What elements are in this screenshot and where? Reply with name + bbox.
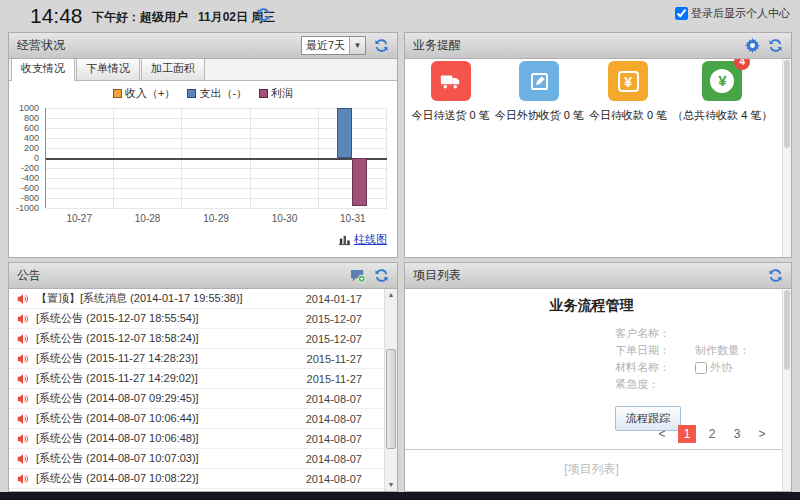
- yuan-icon: ¥: [608, 61, 648, 101]
- announcement-row[interactable]: [系统公告 (2015-11-27 14:28:23)] 2015-11-27: [9, 349, 384, 369]
- announcement-list: 【置顶】[系统消息 (2014-01-17 19:55:38)] 2014-01…: [9, 289, 384, 491]
- refresh-icon[interactable]: [768, 268, 783, 283]
- speaker-icon: [17, 453, 29, 465]
- refresh-icon[interactable]: [374, 38, 389, 53]
- personal-center-label: 登录后显示个人中心: [691, 6, 790, 21]
- speaker-icon: [17, 373, 29, 385]
- panel-title: 业务提醒: [413, 37, 461, 54]
- panel-title: 公告: [17, 267, 41, 284]
- page-prev[interactable]: <: [653, 425, 671, 443]
- speaker-icon: [17, 293, 29, 305]
- announcement-title: [系统公告 (2014-08-07 10:06:44)]: [36, 411, 199, 426]
- range-select-value: 最近7天: [302, 38, 349, 53]
- gear-icon[interactable]: [745, 38, 760, 53]
- outsource-checkbox[interactable]: [695, 362, 707, 374]
- reminder-tile-delivery[interactable]: 今日待送货 0 笔: [412, 61, 490, 123]
- page-2[interactable]: 2: [703, 425, 721, 443]
- personal-center-checkbox[interactable]: [675, 7, 688, 20]
- workflow-form: 客户名称： 下单日期： 制作数量： 材料名称： 外协 紧急度：: [615, 325, 750, 393]
- pagination: < 1 2 3 >: [653, 425, 771, 443]
- reminders-panel: 业务提醒 今日待送货 0 笔 今日外协收货 0 笔 ¥ 今日待收款 0 笔: [404, 32, 792, 258]
- chevron-down-icon: ▼: [349, 37, 365, 54]
- speaker-icon: [17, 433, 29, 445]
- scrollbar[interactable]: ▲ ▼: [384, 289, 397, 491]
- announcement-row[interactable]: [系统公告 (2014-08-07 10:06:44)] 2014-08-07: [9, 409, 384, 429]
- announcement-row[interactable]: [系统公告 (2015-11-27 14:29:02)] 2015-11-27: [9, 369, 384, 389]
- announcement-date: 2014-08-07: [306, 413, 376, 425]
- announcement-date: 2014-01-17: [306, 293, 376, 305]
- announcements-panel: 公告 【置顶】[系统消息 (2014-01-17 19:55:38)] 2014…: [8, 262, 398, 492]
- announcement-row[interactable]: [系统公告 (2014-08-07 10:08:22)] 2014-08-07: [9, 469, 384, 489]
- outsource-label: 外协: [710, 360, 732, 375]
- announcement-date: 2014-08-07: [306, 433, 376, 445]
- announcement-row[interactable]: [系统公告 (2015-12-07 18:58:24)] 2015-12-07: [9, 329, 384, 349]
- page-1[interactable]: 1: [678, 425, 696, 443]
- chart-bar: [352, 158, 367, 206]
- tab-orders[interactable]: 下单情况: [76, 57, 140, 80]
- announcement-title: [系统公告 (2014-08-07 10:06:48)]: [36, 431, 199, 446]
- panel-title: 项目列表: [413, 267, 461, 284]
- panel-title: 经营状况: [17, 37, 65, 54]
- outsource-checkbox-label[interactable]: 外协: [695, 360, 732, 375]
- announcement-title: [系统公告 (2015-11-27 14:29:02)]: [36, 371, 198, 386]
- scrollbar-thumb[interactable]: [784, 60, 790, 148]
- announcement-title: [系统公告 (2015-12-07 18:55:54)]: [36, 311, 199, 326]
- announcement-title: [系统公告 (2014-08-07 09:29:45)]: [36, 391, 199, 406]
- tab-income-expense[interactable]: 收支情况: [11, 57, 75, 81]
- announcement-date: 2015-12-07: [306, 313, 376, 325]
- announcement-date: 2014-08-07: [306, 473, 376, 485]
- speaker-icon: [17, 353, 29, 365]
- scrollbar[interactable]: [782, 289, 791, 491]
- page-next[interactable]: >: [753, 425, 771, 443]
- reminder-label: 今日外协收货 0 笔: [495, 108, 584, 123]
- reminder-tile-outsource-receive[interactable]: 今日外协收货 0 笔: [495, 61, 584, 123]
- refresh-icon[interactable]: [374, 268, 389, 283]
- material-name-label: 材料名称：: [615, 360, 695, 375]
- divider: [405, 449, 791, 450]
- announcement-title: [系统公告 (2014-08-07 10:08:22)]: [36, 471, 199, 486]
- scroll-up-arrow[interactable]: ▲: [385, 289, 397, 301]
- scrollbar[interactable]: [782, 59, 791, 257]
- bottom-bar: [0, 492, 800, 500]
- announcement-row[interactable]: [系统公告 (2015-12-07 18:55:54)] 2015-12-07: [9, 309, 384, 329]
- edit-icon: [519, 61, 559, 101]
- bar-line-chart-link-label: 柱线图: [354, 232, 387, 247]
- announcement-title: [系统公告 (2015-12-07 18:58:24)]: [36, 331, 199, 346]
- urgency-label: 紧急度：: [615, 377, 695, 392]
- project-list-header: 项目列表: [405, 263, 791, 289]
- project-list-panel: 项目列表 业务流程管理 客户名称： 下单日期： 制作数量： 材料名称： 外协 紧…: [404, 262, 792, 492]
- tab-processing-area[interactable]: 加工面积: [141, 57, 205, 80]
- bar-line-chart-link[interactable]: 柱线图: [338, 232, 387, 247]
- announcement-title: [系统公告 (2015-11-27 14:28:23)]: [36, 351, 198, 366]
- clock-time: 14:48: [30, 4, 83, 28]
- announcement-date: 2014-08-07: [306, 393, 376, 405]
- reminder-tile-receivable-today[interactable]: ¥ 今日待收款 0 笔: [589, 61, 667, 123]
- announcement-row[interactable]: [系统公告 (2014-08-07 10:07:03)] 2014-08-07: [9, 449, 384, 469]
- chart-plot: [45, 108, 387, 208]
- announcement-row[interactable]: [系统公告 (2014-08-07 09:29:45)] 2014-08-07: [9, 389, 384, 409]
- personal-center-toggle[interactable]: 登录后显示个人中心: [675, 6, 790, 21]
- legend-item: 支出（-）: [187, 86, 247, 101]
- reminder-tile-receivable-total[interactable]: ¥ 4 （总共待收款 4 笔）: [672, 61, 772, 123]
- speaker-icon: [17, 413, 29, 425]
- business-status-panel: 经营状况 最近7天 ▼ 收支情况 下单情况 加工面积 收入（+）支出（-）利润 …: [8, 32, 398, 258]
- announcement-date: 2015-11-27: [307, 353, 376, 365]
- announcement-row[interactable]: [系统公告 (2014-08-07 10:06:48)] 2014-08-07: [9, 429, 384, 449]
- announcement-row[interactable]: 【置顶】[系统消息 (2014-01-17 19:55:38)] 2014-01…: [9, 289, 384, 309]
- scrollbar-thumb[interactable]: [386, 349, 396, 449]
- refresh-icon[interactable]: [768, 38, 783, 53]
- workflow-heading: 业务流程管理: [405, 297, 778, 315]
- announcement-date: 2015-12-07: [306, 333, 376, 345]
- page-3[interactable]: 3: [728, 425, 746, 443]
- chart-tabs: 收支情况 下单情况 加工面积: [9, 59, 397, 81]
- reminder-tiles: 今日待送货 0 笔 今日外协收货 0 笔 ¥ 今日待收款 0 笔 ¥ 4 （总共…: [409, 61, 775, 123]
- range-select[interactable]: 最近7天 ▼: [301, 36, 366, 55]
- add-announcement-icon[interactable]: [350, 268, 366, 283]
- scrollbar-thumb[interactable]: [784, 290, 790, 370]
- truck-icon: [431, 61, 471, 101]
- customer-name-label: 客户名称：: [615, 326, 695, 341]
- scroll-down-arrow[interactable]: ▼: [385, 479, 397, 491]
- speaker-icon: [17, 333, 29, 345]
- refresh-icon[interactable]: [256, 7, 271, 22]
- reminders-header: 业务提醒: [405, 33, 791, 59]
